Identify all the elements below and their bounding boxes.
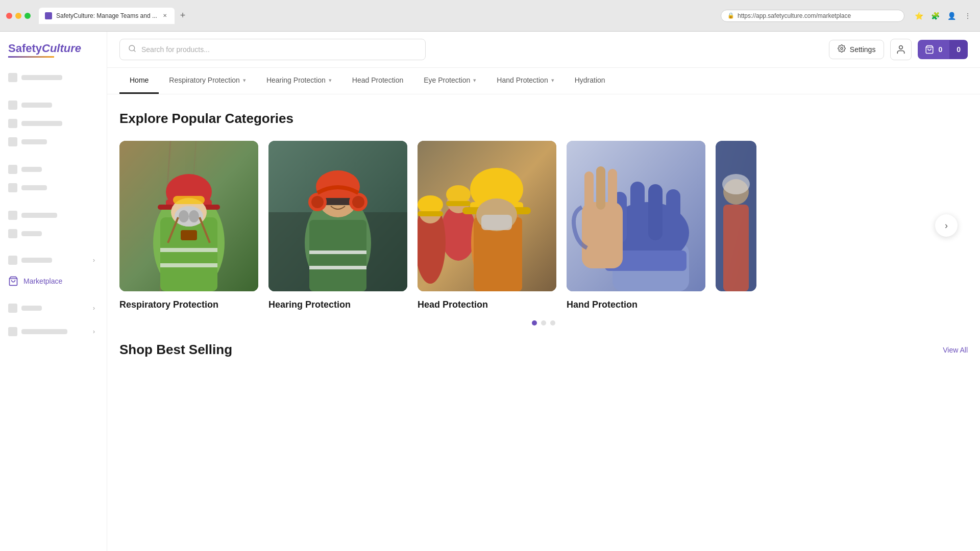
sidebar-label — [21, 213, 57, 218]
sidebar-label — [21, 139, 47, 144]
chevron-down-icon: ▾ — [243, 77, 246, 84]
carousel-dot-1[interactable] — [532, 320, 537, 325]
search-input[interactable]: Search for products... — [141, 45, 210, 54]
sidebar-item-marketplace[interactable]: Marketplace — [0, 271, 107, 291]
tab-hand[interactable]: Hand Protection ▾ — [486, 68, 564, 94]
search-bar[interactable]: Search for products... — [119, 39, 426, 60]
svg-rect-25 — [309, 220, 366, 291]
tab-bar: SafetyCulture: Manage Teams and ... ✕ + — [39, 8, 717, 24]
cart-count: 0 — [938, 45, 942, 54]
sidebar-item[interactable] — [8, 180, 99, 195]
tab-eye-label: Eye Protection — [424, 76, 470, 84]
sidebar-item[interactable] — [8, 162, 99, 177]
view-all-link[interactable]: View All — [943, 346, 968, 354]
chevron-down-icon: ▾ — [329, 77, 332, 84]
tab-favicon — [45, 12, 52, 19]
category-image-eye-partial — [716, 141, 756, 291]
svg-rect-70 — [723, 205, 749, 291]
svg-point-40 — [446, 185, 471, 204]
category-card-hearing[interactable]: Hearing Protection — [268, 141, 407, 310]
sidebar-group-3[interactable]: › — [8, 325, 99, 338]
tab-hand-label: Hand Protection — [497, 76, 548, 84]
logo-area: SafetyCulture — [0, 32, 107, 66]
cart-badge: 0 — [949, 40, 968, 59]
category-card-eye-partial[interactable] — [716, 141, 756, 310]
category-label-respiratory: Respiratory Protection — [119, 299, 218, 310]
tab-respiratory[interactable]: Respiratory Protection ▾ — [159, 68, 256, 94]
marketplace-icon — [8, 276, 18, 286]
svg-rect-65 — [608, 169, 617, 210]
logo-safety: Safety — [8, 42, 42, 55]
user-account-button[interactable] — [890, 39, 912, 60]
active-tab[interactable]: SafetyCulture: Manage Teams and ... ✕ — [39, 8, 175, 24]
marketplace-label: Marketplace — [23, 277, 62, 285]
extensions-button[interactable]: 🧩 — [929, 10, 941, 22]
category-image-hand — [567, 141, 705, 291]
categories-grid: Respiratory Protection — [119, 141, 968, 310]
address-bar[interactable]: 🔒 https://app.safetyculture.com/marketpl… — [721, 10, 904, 22]
bookmark-button[interactable]: ⭐ — [913, 10, 925, 22]
tab-hearing[interactable]: Hearing Protection ▾ — [256, 68, 342, 94]
svg-rect-18 — [173, 196, 205, 204]
sidebar-item[interactable] — [8, 70, 99, 85]
svg-point-51 — [418, 195, 443, 214]
tab-close-button[interactable]: ✕ — [161, 12, 168, 19]
sidebar-item[interactable] — [8, 134, 99, 149]
category-card-head[interactable]: Head Protection — [418, 141, 556, 310]
carousel-dot-3[interactable] — [550, 320, 555, 325]
sidebar-expand-icon-3[interactable]: › — [89, 327, 99, 336]
new-tab-button[interactable]: + — [177, 10, 189, 22]
sidebar-item[interactable] — [8, 208, 99, 223]
sidebar-icon — [8, 165, 17, 174]
svg-rect-26 — [309, 251, 366, 254]
logo-text: SafetyCulture — [8, 42, 81, 55]
cart-button[interactable]: 0 0 — [918, 40, 968, 59]
tab-head-label: Head Protection — [352, 76, 403, 84]
tab-home[interactable]: Home — [119, 68, 159, 94]
svg-rect-8 — [160, 217, 217, 291]
tab-head[interactable]: Head Protection — [342, 68, 413, 94]
shop-best-header: Shop Best Selling View All — [119, 342, 968, 358]
header: Search for products... Settings — [107, 32, 980, 68]
minimize-traffic-light[interactable] — [15, 13, 21, 19]
svg-point-16 — [179, 210, 189, 222]
sidebar-group-2[interactable]: › — [8, 302, 99, 315]
menu-button[interactable]: ⋮ — [962, 10, 974, 22]
sidebar-expand-icon-2[interactable]: › — [89, 304, 99, 313]
svg-rect-63 — [584, 171, 594, 212]
svg-point-34 — [311, 196, 324, 208]
tab-hearing-label: Hearing Protection — [266, 76, 326, 84]
svg-rect-41 — [446, 201, 471, 206]
svg-rect-21 — [181, 230, 197, 240]
svg-point-36 — [352, 196, 364, 208]
sidebar-item[interactable] — [8, 97, 99, 113]
category-image-hearing — [268, 141, 407, 291]
explore-categories-section: Explore Popular Categories — [119, 111, 968, 325]
sidebar-icon — [8, 256, 17, 265]
tab-eye[interactable]: Eye Protection ▾ — [413, 68, 486, 94]
sidebar-label — [21, 329, 67, 334]
category-card-hand[interactable]: Hand Protection — [567, 141, 705, 310]
browser-chrome: SafetyCulture: Manage Teams and ... ✕ + … — [0, 0, 980, 32]
sidebar-expand-icon[interactable]: › — [89, 256, 99, 265]
main-content: Search for products... Settings — [107, 32, 980, 551]
tab-hydration[interactable]: Hydration — [565, 68, 616, 94]
carousel-next-button[interactable]: › — [935, 214, 958, 237]
header-actions: Settings 0 — [829, 39, 968, 60]
sidebar-item[interactable] — [8, 226, 99, 241]
tab-respiratory-label: Respiratory Protection — [169, 76, 240, 84]
svg-rect-59 — [666, 189, 680, 240]
profile-button[interactable]: 👤 — [945, 10, 958, 22]
sidebar-group-expandable[interactable]: › — [8, 254, 99, 267]
carousel-dot-2[interactable] — [541, 320, 546, 325]
category-card-respiratory[interactable]: Respiratory Protection — [119, 141, 258, 310]
maximize-traffic-light[interactable] — [24, 13, 31, 19]
sidebar-item[interactable] — [8, 116, 99, 131]
svg-point-2 — [899, 46, 903, 49]
shop-best-title: Shop Best Selling — [119, 342, 232, 358]
close-traffic-light[interactable] — [6, 13, 12, 19]
category-label-hand: Hand Protection — [567, 299, 638, 310]
category-image-head — [418, 141, 556, 291]
logo-culture: Culture — [42, 42, 81, 55]
settings-button[interactable]: Settings — [829, 40, 885, 59]
